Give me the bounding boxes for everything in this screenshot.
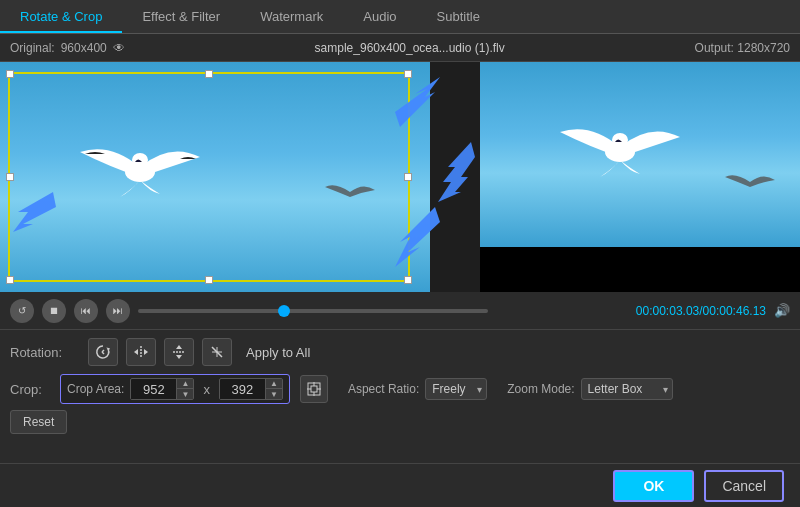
svg-rect-17	[311, 386, 317, 392]
time-display: 00:00:03.03/00:00:46.13	[636, 304, 766, 318]
flip-h-icon	[133, 344, 149, 360]
crop-handle-tm[interactable]	[205, 70, 213, 78]
preview-right	[480, 62, 800, 292]
arrow-left-indicator	[8, 182, 58, 242]
output-resolution: 1280x720	[737, 41, 790, 55]
crop-height-up[interactable]: ▲	[266, 379, 282, 389]
tab-bar: Rotate & Crop Effect & Filter Watermark …	[0, 0, 800, 34]
apply-to-all-button[interactable]: Apply to All	[240, 343, 316, 362]
bottom-bar: OK Cancel	[0, 463, 800, 507]
svg-marker-4	[106, 346, 110, 351]
playback-progress[interactable]	[138, 309, 488, 313]
zoom-mode-select[interactable]: Letter Box Pan & Scan Full	[581, 378, 673, 400]
aspect-ratio-select[interactable]: Freely 16:9 4:3 1:1	[425, 378, 487, 400]
arrow-top-indicator	[395, 72, 450, 132]
x-separator: x	[200, 382, 213, 397]
center-crop-button[interactable]	[300, 375, 328, 403]
zoom-mode-group: Zoom Mode: Letter Box Pan & Scan Full	[507, 378, 672, 400]
crop-handle-mr[interactable]	[404, 173, 412, 181]
arrow-bottom-indicator	[380, 202, 440, 272]
tab-audio[interactable]: Audio	[343, 2, 416, 33]
crop-row: Crop: Crop Area: ▲ ▼ x ▲ ▼	[10, 374, 790, 404]
tab-effect-filter[interactable]: Effect & Filter	[122, 2, 240, 33]
reset-button[interactable]: Reset	[10, 410, 67, 434]
crop-area-label: Crop Area:	[67, 382, 124, 396]
crop-height-input[interactable]	[220, 380, 265, 399]
crop-width-down[interactable]: ▼	[177, 389, 193, 399]
crop-width-input[interactable]	[131, 380, 176, 399]
crop-label: Crop:	[10, 382, 50, 397]
crop-area-box: Crop Area: ▲ ▼ x ▲ ▼	[60, 374, 290, 404]
info-bar: Original: 960x400 👁 sample_960x400_ocea.…	[0, 34, 800, 62]
crop-handle-ml[interactable]	[6, 173, 14, 181]
crop-height-down[interactable]: ▼	[266, 389, 282, 399]
stop-button[interactable]: ⏹	[42, 299, 66, 323]
svg-marker-9	[144, 349, 148, 355]
custom-rotate-icon	[209, 344, 225, 360]
filename: sample_960x400_ocea...udio (1).flv	[315, 41, 505, 55]
flip-horizontal-button[interactable]	[126, 338, 156, 366]
preview-area	[0, 62, 800, 292]
custom-rotate-button[interactable]	[202, 338, 232, 366]
zoom-mode-select-wrapper[interactable]: Letter Box Pan & Scan Full	[581, 378, 673, 400]
svg-point-3	[612, 133, 628, 147]
svg-marker-12	[176, 355, 182, 359]
crop-handle-bm[interactable]	[205, 276, 213, 284]
crop-handle-br[interactable]	[404, 276, 412, 284]
right-video-frame	[480, 62, 800, 247]
original-resolution: 960x400	[61, 41, 107, 55]
rewind-button[interactable]: ↺	[10, 299, 34, 323]
rotate-left-icon	[95, 344, 111, 360]
aspect-ratio-select-wrapper[interactable]: Freely 16:9 4:3 1:1	[425, 378, 487, 400]
rotation-label: Rotation:	[10, 345, 80, 360]
rotate-left-button[interactable]	[88, 338, 118, 366]
tab-rotate-crop[interactable]: Rotate & Crop	[0, 2, 122, 33]
center-crop-icon	[307, 382, 321, 396]
reset-row: Reset	[10, 410, 790, 434]
volume-icon[interactable]: 🔊	[774, 303, 790, 318]
original-label: Original:	[10, 41, 55, 55]
aspect-ratio-label: Aspect Ratio:	[348, 382, 419, 396]
crop-handle-bl[interactable]	[6, 276, 14, 284]
crop-handle-tl[interactable]	[6, 70, 14, 78]
crop-width-up[interactable]: ▲	[177, 379, 193, 389]
tab-subtitle[interactable]: Subtitle	[417, 2, 500, 33]
playback-bar: ↺ ⏹ ⏮ ⏭ 00:00:03.03/00:00:46.13 🔊	[0, 292, 800, 330]
flip-vertical-button[interactable]	[164, 338, 194, 366]
output-label: Output:	[695, 41, 734, 55]
crop-box[interactable]	[8, 72, 410, 282]
cancel-button[interactable]: Cancel	[704, 470, 784, 502]
prev-frame-button[interactable]: ⏮	[74, 299, 98, 323]
crop-width-spinner[interactable]: ▲ ▼	[130, 378, 194, 400]
svg-marker-11	[176, 345, 182, 349]
right-black-bar	[480, 247, 800, 292]
next-frame-button[interactable]: ⏭	[106, 299, 130, 323]
svg-marker-8	[134, 349, 138, 355]
playback-thumb[interactable]	[278, 305, 290, 317]
bird-small-right-svg	[720, 162, 780, 202]
bird-preview-right-svg	[530, 92, 710, 212]
controls-area: Rotation:	[0, 330, 800, 442]
aspect-ratio-group: Aspect Ratio: Freely 16:9 4:3 1:1	[348, 378, 487, 400]
rotation-row: Rotation:	[10, 338, 790, 366]
crop-height-spinner[interactable]: ▲ ▼	[219, 378, 283, 400]
tab-watermark[interactable]: Watermark	[240, 2, 343, 33]
zoom-mode-label: Zoom Mode:	[507, 382, 574, 396]
flip-v-icon	[171, 344, 187, 360]
preview-left[interactable]	[0, 62, 430, 292]
svg-line-6	[102, 352, 104, 354]
eye-icon[interactable]: 👁	[113, 41, 125, 55]
ok-button[interactable]: OK	[613, 470, 694, 502]
